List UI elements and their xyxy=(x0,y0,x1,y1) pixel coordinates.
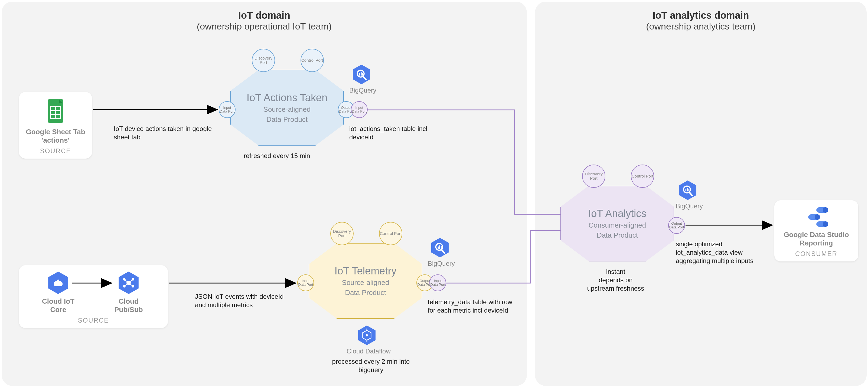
analytics-out-desc: single optimized iot_analytics_data view… xyxy=(676,240,760,265)
domain-iot-title: IoT domain xyxy=(12,10,516,21)
google-sheets-icon xyxy=(45,97,66,126)
product-analytics-line1: Consumer-aligned xyxy=(588,221,647,229)
source2-node2: Cloud Pub/Sub xyxy=(110,297,148,314)
telemetry-proc-desc: processed every 2 min into bigquery xyxy=(328,357,414,374)
consumer-data-studio: Google Data Studio Reporting CONSUMER xyxy=(774,200,858,261)
source2-node1: Cloud IoT Core xyxy=(39,297,77,314)
svg-point-45 xyxy=(815,214,820,220)
analytics-control-port: Control Port xyxy=(631,165,654,188)
telemetry-control-port: Control Port xyxy=(379,222,402,245)
svg-rect-39 xyxy=(685,189,686,191)
domain-iot-subtitle: (ownership operational IoT team) xyxy=(12,21,516,32)
product-telemetry-line2: Data Product xyxy=(335,289,397,297)
cloud-dataflow-icon xyxy=(358,325,376,346)
svg-point-7 xyxy=(54,282,56,283)
telemetry-to-analytics-input-port: Input Data Port xyxy=(429,275,446,291)
bigquery-icon-actions xyxy=(352,64,371,85)
cloud-pubsub-icon xyxy=(118,270,140,295)
svg-point-43 xyxy=(823,207,828,213)
bigquery-label-telemetry: BigQuery xyxy=(428,260,455,267)
svg-point-6 xyxy=(57,280,59,282)
edge1-label: IoT device actions taken in google sheet… xyxy=(114,125,214,141)
svg-point-47 xyxy=(823,221,828,227)
telemetry-out-desc: telemetry_data table with row for each m… xyxy=(428,298,520,315)
svg-point-33 xyxy=(366,334,368,336)
analytics-discovery-port: Discovery Port xyxy=(582,165,606,188)
svg-rect-24 xyxy=(362,73,363,75)
product-actions-line2: Data Product xyxy=(247,115,328,124)
actions-input-port: Input Data Port xyxy=(219,101,236,118)
consumer-label: CONSUMER xyxy=(795,250,837,258)
actions-refresh-note: refreshed every 15 min xyxy=(244,152,310,160)
edge2-label: JSON IoT events with deviceId and multip… xyxy=(195,292,292,309)
svg-rect-28 xyxy=(438,247,439,249)
data-studio-icon xyxy=(803,206,830,228)
telemetry-discovery-port: Discovery Port xyxy=(330,222,353,245)
source1-title: Google Sheet Tab 'actions' xyxy=(26,128,86,144)
telemetry-input-port: Input Data Port xyxy=(297,275,314,291)
product-telemetry: IoT Telemetry Source-aligned Data Produc… xyxy=(309,243,422,319)
domain-analytics-title: IoT analytics domain xyxy=(546,10,856,21)
bigquery-label-actions: BigQuery xyxy=(349,87,376,94)
cloud-dataflow-label: Cloud Dataflow xyxy=(346,348,391,355)
source2-label: SOURCE xyxy=(78,317,109,324)
svg-rect-40 xyxy=(687,188,688,192)
product-telemetry-line1: Source-aligned xyxy=(335,279,397,287)
product-analytics-line2: Data Product xyxy=(588,231,647,239)
svg-rect-29 xyxy=(439,246,440,249)
svg-rect-41 xyxy=(688,189,689,191)
bigquery-label-analytics: BigQuery xyxy=(676,202,703,210)
source-google-sheet: Google Sheet Tab 'actions' SOURCE xyxy=(19,92,92,159)
product-actions-title: IoT Actions Taken xyxy=(247,92,328,104)
actions-to-analytics-input-port: Input Data Port xyxy=(351,101,368,118)
analytics-refresh: instant depends on upstream freshness xyxy=(575,267,656,293)
product-actions-line1: Source-aligned xyxy=(247,105,328,114)
svg-rect-23 xyxy=(361,72,362,76)
product-actions: IoT Actions Taken Source-aligned Data Pr… xyxy=(230,70,344,146)
analytics-output-port: Output Data Port xyxy=(668,217,685,234)
source1-label: SOURCE xyxy=(40,147,71,155)
product-telemetry-title: IoT Telemetry xyxy=(335,265,397,277)
bigquery-icon-analytics xyxy=(678,180,697,201)
consumer-title: Google Data Studio Reporting xyxy=(781,231,852,247)
actions-discovery-port: Discovery Port xyxy=(252,49,275,72)
svg-point-8 xyxy=(61,282,62,283)
product-analytics-title: IoT Analytics xyxy=(588,208,647,220)
domain-analytics-subtitle: (ownership analytics team) xyxy=(546,21,856,32)
svg-rect-22 xyxy=(359,73,360,75)
product-analytics: IoT Analytics Consumer-aligned Data Prod… xyxy=(560,186,674,261)
actions-out-desc: iot_actions_taken table incl deviceId xyxy=(349,125,439,141)
cloud-iot-core-icon xyxy=(48,270,69,295)
actions-control-port: Control Port xyxy=(301,49,324,72)
bigquery-icon-telemetry xyxy=(431,237,450,258)
svg-rect-30 xyxy=(441,246,441,249)
source-cloud-iot: Cloud IoT Core Cloud Pub/Sub SOURCE xyxy=(19,265,168,328)
